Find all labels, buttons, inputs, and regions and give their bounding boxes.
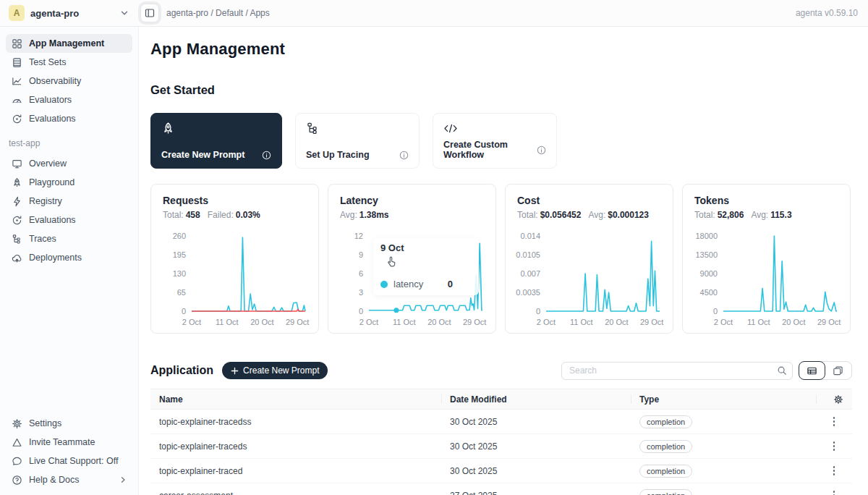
- row-menu-kebab-icon[interactable]: [816, 466, 852, 475]
- refresh-icon: [12, 215, 22, 226]
- workspace-switcher[interactable]: A agenta-pro: [0, 5, 129, 21]
- sidebar-item-label: Test Sets: [29, 57, 66, 67]
- svg-text:2 Oct: 2 Oct: [359, 318, 378, 326]
- series-value: 0: [448, 279, 453, 289]
- info-icon[interactable]: [262, 151, 271, 160]
- type-badge: completion: [639, 415, 692, 428]
- sidebar-item-label: Registry: [29, 196, 62, 206]
- sidebar-item-registry[interactable]: Registry: [6, 192, 132, 211]
- sidebar-item-help-docs[interactable]: Help & Docs: [6, 470, 132, 489]
- column-header-type[interactable]: Type: [631, 389, 816, 409]
- svg-text:0: 0: [359, 307, 363, 316]
- card-stats: Total:$0.056452 Avg:$0.000123: [517, 210, 661, 220]
- row-menu-kebab-icon[interactable]: [816, 491, 852, 495]
- table-row[interactable]: topic-explainer-traced 30 Oct 2025 compl…: [150, 459, 852, 483]
- info-icon[interactable]: [399, 151, 409, 160]
- series-name: latency: [393, 279, 423, 289]
- sidebar-item-label: Invite Teammate: [29, 437, 95, 447]
- set-up-tracing-card[interactable]: Set Up Tracing: [295, 113, 420, 169]
- table-row[interactable]: topic-explainer-tracedss 30 Oct 2025 com…: [150, 410, 852, 434]
- card-stats: Total:52,806 Avg:115.3: [694, 210, 838, 220]
- app-date: 27 Oct 2025: [441, 491, 631, 495]
- tokens-card: Tokens Total:52,806 Avg:115.3 1800013500…: [682, 184, 851, 334]
- svg-text:195: 195: [173, 250, 186, 259]
- app-name: career-assessment: [150, 491, 441, 495]
- column-header-name[interactable]: Name: [150, 389, 441, 409]
- sidebar-item-label: Deployments: [29, 253, 82, 263]
- sidebar-item-label: Evaluators: [29, 95, 72, 105]
- column-header-date-modified[interactable]: Date Modified: [441, 389, 631, 409]
- chevron-down-icon: [120, 9, 129, 17]
- page-title: App Management: [150, 40, 285, 59]
- sidebar-item-label: Observability: [29, 76, 81, 86]
- svg-text:20 Oct: 20 Oct: [250, 318, 273, 326]
- svg-text:29 Oct: 29 Oct: [463, 318, 486, 326]
- sidebar-item-evaluations-app[interactable]: Evaluations: [6, 211, 132, 229]
- svg-text:3: 3: [359, 288, 363, 297]
- sidebar-item-label: Help & Docs: [29, 475, 79, 485]
- table-header: Name Date Modified Type: [150, 389, 852, 410]
- create-new-prompt-button[interactable]: Create New Prompt: [222, 362, 328, 379]
- sidebar-item-evaluations[interactable]: Evaluations: [6, 109, 132, 128]
- table-view-button[interactable]: [799, 361, 825, 380]
- info-icon[interactable]: [537, 145, 546, 155]
- workspace-name: agenta-pro: [30, 8, 79, 19]
- cost-chart[interactable]: 0.0140.01050.0070.003502 Oct11 Oct20 Oct…: [507, 229, 670, 330]
- sidebar-item-observability[interactable]: Observability: [6, 72, 132, 90]
- svg-text:0.0035: 0.0035: [516, 288, 540, 297]
- requests-chart[interactable]: 2601951306502 Oct11 Oct20 Oct29 Oct: [153, 229, 315, 330]
- sidebar-item-settings[interactable]: Settings: [6, 414, 132, 433]
- card-title: Latency: [340, 195, 484, 206]
- search-input[interactable]: [561, 362, 793, 380]
- card-label: Create Custom Workflow: [443, 140, 537, 160]
- cost-card: Cost Total:$0.056452 Avg:$0.000123 0.014…: [505, 184, 673, 334]
- app-date: 30 Oct 2025: [441, 466, 631, 476]
- sidebar-item-app-management[interactable]: App Management: [6, 34, 132, 53]
- requests-card: Requests Total:458 Failed:0.03% 26019513…: [150, 184, 319, 334]
- hand-cursor-icon: [385, 255, 472, 267]
- sidebar-item-overview[interactable]: Overview: [6, 154, 132, 173]
- svg-text:0: 0: [713, 307, 718, 316]
- sidebar-item-playground[interactable]: Playground: [6, 173, 132, 192]
- chevron-right-icon: [119, 476, 127, 483]
- svg-text:20 Oct: 20 Oct: [782, 318, 805, 326]
- cloud-icon: [12, 253, 22, 263]
- breadcrumb[interactable]: agenta-pro / Default / Apps: [166, 8, 270, 18]
- application-title: Application: [150, 364, 213, 377]
- sidebar-item-test-sets[interactable]: Test Sets: [6, 53, 132, 72]
- create-new-prompt-card[interactable]: Create New Prompt: [150, 113, 282, 169]
- row-menu-kebab-icon[interactable]: [816, 417, 852, 426]
- app-date: 30 Oct 2025: [441, 417, 631, 427]
- create-custom-workflow-card[interactable]: Create Custom Workflow: [433, 113, 557, 169]
- sidebar-collapse-button[interactable]: [140, 4, 159, 22]
- latency-card: Latency Avg:1.38ms 1296302 Oct11 Oct20 O…: [328, 184, 496, 334]
- tooltip-date: 9 Oct: [380, 242, 472, 253]
- plus-icon: [231, 367, 239, 375]
- sidebar-item-live-chat[interactable]: Live Chat Support: Off: [6, 452, 132, 470]
- svg-text:2 Oct: 2 Oct: [182, 318, 201, 326]
- sidebar-item-invite-teammate[interactable]: Invite Teammate: [6, 433, 132, 452]
- svg-text:4500: 4500: [700, 288, 718, 297]
- sidebar-item-traces[interactable]: Traces: [6, 229, 132, 248]
- column-settings-gear-icon[interactable]: [816, 389, 852, 409]
- table-row[interactable]: topic-explainer-traceds 30 Oct 2025 comp…: [150, 434, 852, 459]
- svg-text:6: 6: [359, 269, 363, 278]
- tokens-chart[interactable]: 18000135009000450002 Oct11 Oct20 Oct29 O…: [684, 229, 847, 330]
- table-row[interactable]: career-assessment 27 Oct 2025 completion: [150, 483, 852, 495]
- card-view-button[interactable]: [825, 362, 851, 379]
- search-box: [561, 362, 793, 380]
- sidebar-item-deployments[interactable]: Deployments: [6, 248, 132, 267]
- stats-cards: Requests Total:458 Failed:0.03% 26019513…: [150, 184, 851, 334]
- search-icon[interactable]: [777, 365, 787, 376]
- applications-table: Name Date Modified Type topic-explainer-…: [150, 389, 852, 495]
- top-header: A agenta-pro agenta-pro / Default / Apps…: [0, 0, 868, 27]
- svg-text:0.007: 0.007: [520, 269, 540, 278]
- sidebar-item-evaluators[interactable]: Evaluators: [6, 90, 132, 109]
- row-menu-kebab-icon[interactable]: [816, 441, 852, 451]
- application-bar: Application Create New Prompt: [150, 361, 852, 380]
- sidebar: App Management Test Sets Observability E…: [0, 27, 139, 495]
- type-badge: completion: [639, 489, 692, 495]
- sidebar-footer: Settings Invite Teammate Live Chat Suppo…: [6, 414, 132, 489]
- chat-icon: [12, 456, 22, 467]
- sidebar-item-label: Settings: [29, 418, 61, 428]
